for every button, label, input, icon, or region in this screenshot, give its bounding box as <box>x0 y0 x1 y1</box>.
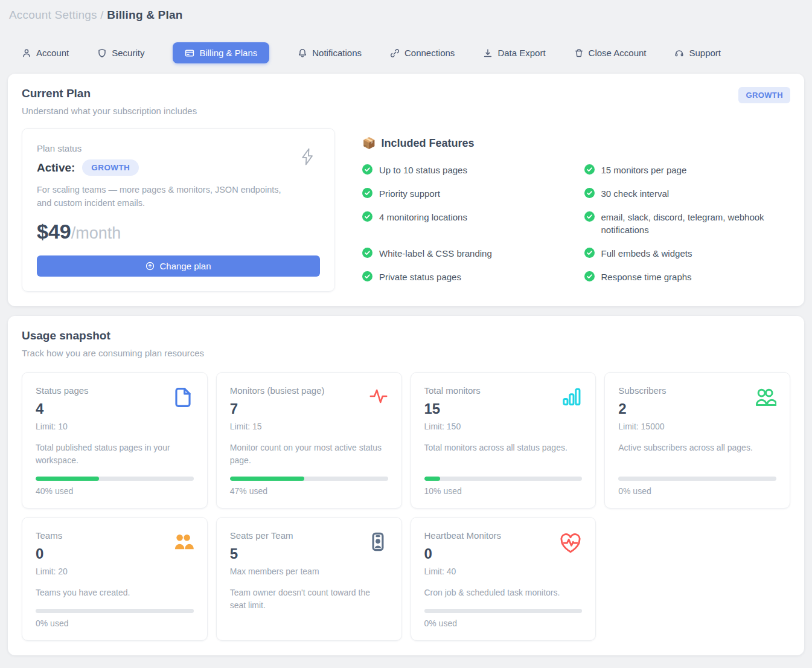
usage-percent-label: 47% used <box>230 486 388 496</box>
tab-data-export[interactable]: Data Export <box>483 48 545 58</box>
feature-item: Full embeds & widgets <box>584 247 791 260</box>
usage-card-value: 2 <box>618 400 666 417</box>
usage-card-teams: Teams0Limit: 20Teams you have created.0%… <box>22 517 208 641</box>
feature-label: 30 check interval <box>601 187 670 201</box>
tab-notifications[interactable]: Notifications <box>298 48 362 58</box>
plan-description: For scaling teams — more pages & monitor… <box>37 183 296 210</box>
usage-card-limit: Limit: 15 <box>230 422 325 431</box>
trash-icon <box>574 48 584 58</box>
usage-card-limit: Max members per team <box>230 567 319 576</box>
check-circle-icon <box>584 248 595 258</box>
usage-card-description: Total monitors across all status pages. <box>424 442 583 454</box>
price-amount: $49 <box>37 220 71 243</box>
activity-icon <box>369 387 388 408</box>
check-circle-icon <box>584 271 595 281</box>
change-plan-label: Change plan <box>159 261 211 271</box>
bar-chart-icon <box>561 387 582 409</box>
link-icon <box>390 48 400 58</box>
page-title: Billing & Plan <box>107 8 182 21</box>
check-circle-icon <box>362 271 372 281</box>
plan-tier-badge: GROWTH <box>738 87 790 103</box>
check-circle-icon <box>584 164 595 175</box>
tab-label: Connections <box>404 48 455 58</box>
plan-status-badge: GROWTH <box>82 159 139 176</box>
usage-card-label: Heartbeat Monitors <box>424 530 502 541</box>
current-plan-subtitle: Understand what your subscription includ… <box>22 106 197 116</box>
billing-plan-page: Account Settings / Billing & Plan Accoun… <box>0 0 812 668</box>
usage-percent-label: 40% used <box>36 486 194 496</box>
usage-title: Usage snapshot <box>22 329 790 342</box>
usage-progress-bar <box>230 477 388 481</box>
tab-account[interactable]: Account <box>22 48 69 58</box>
credit-card-icon <box>185 48 194 58</box>
usage-card-label: Status pages <box>36 385 89 396</box>
usage-card-label: Subscribers <box>618 385 666 396</box>
change-plan-button[interactable]: Change plan <box>37 255 320 277</box>
plan-status-card: Plan status Active: GROWTH For scaling t… <box>22 128 335 292</box>
feature-label: Priority support <box>379 187 440 201</box>
id-badge-icon <box>368 532 388 554</box>
users-outline-icon <box>754 387 776 411</box>
tab-label: Data Export <box>497 48 545 58</box>
feature-label: Up to 10 status pages <box>379 164 467 177</box>
usage-progress-bar <box>36 477 194 481</box>
usage-card-limit: Limit: 10 <box>36 422 89 431</box>
usage-progress-bar <box>424 609 583 613</box>
usage-card-description: Active subscribers across all pages. <box>618 442 776 454</box>
usage-snapshot-panel: Usage snapshot Track how you are consumi… <box>8 316 804 655</box>
usage-card-limit: Limit: 150 <box>424 422 481 431</box>
current-plan-title: Current Plan <box>22 87 197 100</box>
feature-item: email, slack, discord, telegram, webhook… <box>584 211 791 237</box>
plan-status-label: Plan status <box>37 143 320 153</box>
usage-card-label: Monitors (busiest page) <box>230 385 325 396</box>
download-icon <box>483 48 493 58</box>
tab-label: Close Account <box>589 48 647 58</box>
file-icon <box>172 387 194 411</box>
tab-security[interactable]: Security <box>97 48 144 58</box>
usage-progress-bar <box>618 477 776 481</box>
feature-item: 15 monitors per page <box>584 164 791 177</box>
included-features-title: Included Features <box>381 137 474 150</box>
feature-item: Up to 10 status pages <box>362 164 569 177</box>
arrow-up-circle-icon <box>145 262 155 271</box>
headset-icon <box>674 48 684 58</box>
usage-card-description: Team owner doesn't count toward the seat… <box>230 586 388 612</box>
usage-percent-label: 0% used <box>618 486 776 496</box>
usage-card-total-monitors: Total monitors15Limit: 150Total monitors… <box>411 372 596 509</box>
usage-card-value: 4 <box>36 400 89 417</box>
feature-item: Response time graphs <box>584 271 791 284</box>
current-plan-header: Current Plan Understand what your subscr… <box>22 87 790 116</box>
feature-label: Response time graphs <box>601 271 692 284</box>
usage-card-description: Total published status pages in your wor… <box>36 442 194 467</box>
check-circle-icon <box>584 211 595 222</box>
check-circle-icon <box>584 188 595 198</box>
usage-card-limit: Limit: 40 <box>424 567 502 576</box>
shield-icon <box>97 48 107 58</box>
usage-progress-fill <box>36 477 99 481</box>
included-features: 📦 Included Features Up to 10 status page… <box>362 128 790 292</box>
tab-close-account[interactable]: Close Account <box>574 48 647 58</box>
tab-label: Notifications <box>312 48 362 58</box>
user-icon <box>22 48 31 58</box>
plan-status-value: Active: <box>37 161 75 175</box>
usage-card-status-pages: Status pages4Limit: 10Total published st… <box>22 372 208 509</box>
feature-label: Private status pages <box>379 271 461 284</box>
tab-label: Security <box>112 48 144 58</box>
usage-card-label: Seats per Team <box>230 530 319 541</box>
usage-card-monitors-busiest-page: Monitors (busiest page)7Limit: 15Monitor… <box>216 372 402 509</box>
feature-item: Priority support <box>362 187 569 201</box>
settings-tab-bar: AccountSecurityBilling & PlansNotificati… <box>22 42 804 64</box>
users-filled-icon <box>173 532 194 555</box>
usage-progress-fill <box>230 477 304 481</box>
breadcrumb: Account Settings / Billing & Plan <box>8 7 804 22</box>
tab-connections[interactable]: Connections <box>390 48 455 58</box>
usage-card-value: 7 <box>230 400 325 417</box>
usage-subtitle: Track how you are consuming plan resourc… <box>22 348 790 358</box>
usage-card-grid: Status pages4Limit: 10Total published st… <box>22 372 790 641</box>
tab-support[interactable]: Support <box>674 48 721 58</box>
check-circle-icon <box>362 248 372 258</box>
feature-label: 4 monitoring locations <box>379 211 467 224</box>
usage-card-subscribers: Subscribers2Limit: 15000Active subscribe… <box>604 372 790 509</box>
usage-card-value: 0 <box>424 545 502 562</box>
tab-billing-plans[interactable]: Billing & Plans <box>173 42 269 63</box>
